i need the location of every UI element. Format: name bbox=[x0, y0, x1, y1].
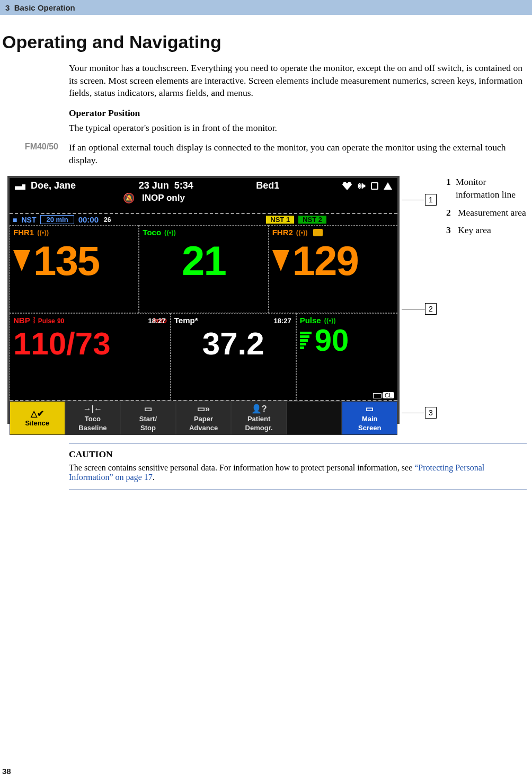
pulse-value: 90 bbox=[315, 325, 349, 356]
spacer-key bbox=[287, 401, 342, 435]
nbp-pulse-label: Pulse bbox=[38, 317, 55, 325]
nbp-time: 18:27 bbox=[148, 317, 166, 325]
up-triangle-icon bbox=[384, 182, 392, 190]
nst-timer: 00:00 bbox=[78, 215, 99, 224]
silence-key[interactable]: △✔ Silence bbox=[10, 401, 65, 435]
battery-icon bbox=[373, 393, 382, 398]
nbp-pulse-value: 90 bbox=[57, 317, 64, 325]
callout-1: 1 bbox=[402, 194, 437, 206]
fhr1-cell[interactable]: FHR1 ((•)) 135 bbox=[10, 225, 139, 313]
toco-cell[interactable]: Toco ((•)) 21 bbox=[139, 225, 268, 313]
figure-legend: 1 Monitor information line 2 Measurement… bbox=[446, 176, 531, 242]
caution-rule-bottom bbox=[69, 490, 527, 490]
callout-number: 1 bbox=[425, 194, 437, 206]
speaker-icon bbox=[313, 229, 323, 236]
callout-number: 3 bbox=[425, 407, 437, 419]
fhr2-value: 129 bbox=[292, 240, 358, 281]
key-label: Patient bbox=[247, 415, 270, 423]
key-label: Start/ bbox=[139, 415, 157, 423]
key-label2: Baseline bbox=[78, 424, 107, 432]
legend-num: 3 bbox=[446, 224, 458, 237]
key-label2: Advance bbox=[189, 424, 218, 432]
caution-text: The screen contains sensitive personal d… bbox=[69, 463, 527, 482]
monitor-screenshot: Doe, Jane 23 Jun 5:34 Bed1 🕪 bbox=[7, 176, 400, 424]
nbp-label: NBP bbox=[13, 316, 30, 325]
inop-status[interactable]: INOP only bbox=[142, 193, 185, 203]
date-field[interactable]: 23 Jun bbox=[139, 180, 169, 191]
nst1-badge[interactable]: NST 1 bbox=[266, 216, 294, 224]
signal-icon: ((•)) bbox=[324, 316, 336, 324]
toco-baseline-icon: →|← bbox=[83, 404, 102, 414]
caution-text-after: . bbox=[153, 473, 155, 482]
nst2-badge[interactable]: NST 2 bbox=[298, 216, 326, 224]
key-area: △✔ Silence →|← Toco Baseline ▭ Start/ St… bbox=[10, 401, 397, 435]
operator-position-heading: Operator Position bbox=[69, 107, 527, 120]
nst-window[interactable]: 20 min bbox=[40, 215, 74, 224]
paper-advance-key[interactable]: ▭» Paper Advance bbox=[176, 401, 232, 435]
legend-num: 1 bbox=[446, 176, 456, 201]
caution-rule-top bbox=[69, 443, 527, 443]
external-display-text: If an optional external touch display is… bbox=[69, 141, 527, 166]
wifi-icon: ⸾ bbox=[32, 317, 36, 325]
callout-2: 2 bbox=[402, 303, 437, 315]
fhr1-label: FHR1 bbox=[13, 228, 34, 237]
key-label: Silence bbox=[25, 420, 50, 428]
legend-text: Monitor information line bbox=[456, 176, 531, 201]
chapter-title: Basic Operation bbox=[14, 3, 75, 12]
fhr1-value: 135 bbox=[33, 240, 99, 281]
callout-3: 3 bbox=[402, 407, 437, 419]
nst-timer-count: 26 bbox=[104, 216, 111, 224]
section-heading: Operating and Navigating bbox=[2, 32, 532, 52]
time-field[interactable]: 5:34 bbox=[174, 180, 193, 191]
fhr2-cell[interactable]: FHR2 ((•)) 129 bbox=[269, 225, 397, 313]
chapter-number: 3 bbox=[5, 3, 10, 12]
pulse-cell[interactable]: Pulse ((•)) 90 CL bbox=[296, 313, 397, 401]
page-number: 38 bbox=[2, 767, 11, 776]
callout-number: 2 bbox=[425, 303, 437, 315]
legend-num: 2 bbox=[446, 207, 458, 219]
caution-heading: CAUTION bbox=[69, 449, 527, 460]
down-triangle-icon bbox=[272, 250, 289, 271]
recorder-icon: ▭ bbox=[144, 404, 152, 414]
heart-icon bbox=[342, 182, 352, 190]
cl-badge: CL bbox=[383, 392, 394, 398]
silence-icon: △✔ bbox=[31, 409, 44, 419]
toco-value: 21 bbox=[182, 240, 226, 281]
chapter-sep bbox=[10, 3, 14, 12]
patient-demogr-key[interactable]: 👤? Patient Demogr. bbox=[231, 401, 287, 435]
alarm-off-icon[interactable]: 🔕 bbox=[123, 192, 135, 204]
nst-label: NST bbox=[21, 216, 36, 224]
key-label: Toco bbox=[85, 415, 101, 423]
caution-text-before: The screen contains sensitive personal d… bbox=[69, 463, 414, 472]
bed-label[interactable]: Bed1 bbox=[256, 180, 279, 191]
key-label2: Screen bbox=[358, 424, 381, 432]
monitor-information-line[interactable]: Doe, Jane 23 Jun 5:34 Bed1 🕪 bbox=[10, 178, 397, 214]
toco-label: Toco bbox=[143, 228, 161, 237]
profile-icon[interactable] bbox=[371, 182, 378, 190]
temp-cell[interactable]: Temp* 18:27 37.2 bbox=[171, 313, 296, 401]
patient-icon: 👤? bbox=[251, 404, 267, 414]
bars-icon bbox=[300, 332, 312, 349]
start-stop-key[interactable]: ▭ Start/ Stop bbox=[120, 401, 176, 435]
temp-label: Temp* bbox=[174, 316, 198, 325]
temp-value: 37.2 bbox=[174, 328, 292, 360]
signal-icon: ((•)) bbox=[164, 228, 176, 236]
measurement-area[interactable]: FHR1 ((•)) 135 Toco ((•)) bbox=[10, 225, 397, 401]
legend-text: Key area bbox=[458, 224, 491, 237]
key-label: Main bbox=[362, 415, 378, 423]
toco-baseline-key[interactable]: →|← Toco Baseline bbox=[65, 401, 121, 435]
patient-name[interactable]: Doe, Jane bbox=[31, 180, 76, 191]
alarm-paused-icon: 🕪 bbox=[357, 181, 366, 191]
caution-block: CAUTION The screen contains sensitive pe… bbox=[69, 443, 527, 490]
nbp-value: 110/73 bbox=[13, 328, 167, 360]
main-screen-key[interactable]: ▭ Main Screen bbox=[342, 401, 397, 435]
screen-icon: ▭ bbox=[366, 404, 374, 414]
chapter-header: 3 Basic Operation bbox=[0, 0, 532, 15]
bed-icon bbox=[15, 182, 25, 190]
nst-strip[interactable]: ■ NST 20 min 00:00 26 NST 1 NST 2 bbox=[10, 214, 397, 225]
nst-bullet-icon: ■ bbox=[13, 216, 17, 224]
signal-icon: ((•)) bbox=[37, 228, 49, 236]
down-triangle-icon bbox=[13, 250, 30, 271]
nbp-cell[interactable]: NBP ⸾ Pulse 90 Auto 18:27 110/73 bbox=[10, 313, 171, 401]
key-label2: Stop bbox=[140, 424, 156, 432]
